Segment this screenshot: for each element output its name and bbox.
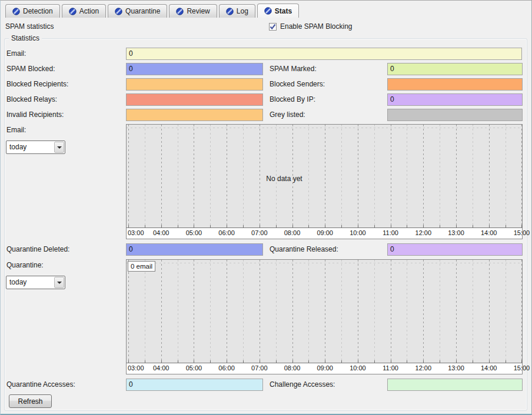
x-tick-label: 15:00 (514, 229, 530, 236)
x-tick-label: 12:00 (415, 364, 432, 372)
tab-label: Detection (23, 7, 53, 15)
challenge-accesses-field (387, 379, 523, 391)
blocked-senders-field (387, 78, 523, 91)
tab-review[interactable]: Review (169, 4, 217, 18)
quarantine-chart-label: Quarantine: (6, 261, 44, 269)
x-tick-label: 03:00 (128, 229, 144, 236)
block-icon (115, 8, 122, 15)
quarantine-activity-chart-x-axis: 03:0004:0005:0006:0007:0008:0009:0010:00… (126, 363, 523, 374)
tab-label: Quarantine (125, 7, 160, 15)
x-tick-label: 13:00 (448, 229, 464, 236)
x-tick-label: 09:00 (317, 364, 333, 372)
x-tick-label: 11:00 (383, 364, 398, 372)
tab-stats[interactable]: Stats (257, 4, 299, 18)
spam-marked-label: SPAM Marked: (270, 63, 317, 75)
spam-blocked-label: SPAM Blocked: (6, 63, 55, 75)
quarantine-accesses-field: 0 (126, 379, 263, 391)
x-tick-label: 07:00 (251, 364, 268, 372)
quarantine-period-select[interactable]: today (6, 276, 65, 289)
x-tick-label: 05:00 (186, 229, 202, 236)
email-activity-chart-plot-area: No data yet (126, 124, 523, 228)
grey-listed-field (387, 109, 523, 121)
tab-quarantine[interactable]: Quarantine (108, 4, 167, 18)
invalid-recipients-field (126, 109, 263, 121)
page-title: SPAM statistics (5, 22, 54, 31)
groupbox-title: Statistics (9, 34, 42, 42)
x-tick-label: 14:00 (481, 229, 497, 236)
quarantine-deleted-label: Quarantine Deleted: (6, 243, 69, 256)
checkbox-icon[interactable] (269, 23, 277, 31)
quarantine-activity-chart: 0 email03:0004:0005:0006:0007:0008:0009:… (126, 259, 523, 374)
tab-label: Action (79, 7, 99, 15)
tab-action[interactable]: Action (62, 4, 106, 18)
email-chart-label: Email: (6, 126, 26, 134)
x-tick-label: 06:00 (218, 229, 235, 236)
x-tick-label: 11:00 (383, 229, 398, 236)
chevron-down-icon[interactable] (54, 277, 64, 288)
x-tick-label: 14:00 (481, 364, 497, 372)
x-tick-label: 13:00 (448, 364, 464, 372)
x-tick-label: 05:00 (186, 364, 202, 372)
blocked-relays-field (126, 93, 263, 106)
x-tick-label: 04:00 (153, 364, 169, 372)
chevron-down-icon[interactable] (54, 142, 64, 153)
grey-listed-label: Grey listed: (270, 109, 305, 121)
block-icon (69, 8, 77, 15)
x-tick-label: 03:00 (128, 364, 144, 372)
quarantine-released-label: Quarantine Released: (270, 243, 338, 256)
quarantine-deleted-field: 0 (126, 243, 263, 256)
blocked-by-ip-label: Blocked By IP: (270, 93, 315, 106)
x-tick-label: 07:00 (251, 229, 268, 236)
blocked-recipients-label: Blocked Recipients: (6, 78, 68, 91)
check-icon (270, 24, 276, 30)
x-tick-label: 08:00 (284, 364, 301, 372)
checkbox-label: Enable SPAM Blocking (280, 22, 353, 31)
spam-blocked-field: 0 (126, 63, 263, 75)
tab-bar: DetectionActionQuarantineReviewLogStats (5, 4, 301, 18)
block-icon (12, 8, 20, 15)
x-tick-label: 10:00 (350, 364, 366, 372)
quarantine-period-value: today (6, 276, 54, 289)
refresh-button[interactable]: Refresh (9, 394, 52, 408)
email-period-value: today (6, 141, 54, 153)
block-icon (264, 7, 272, 15)
tab-label: Log (237, 7, 248, 15)
email-period-select[interactable]: today (6, 140, 65, 154)
email-count-badge: 0 email (128, 261, 155, 272)
spam-settings-window: DetectionActionQuarantineReviewLogStats … (0, 0, 532, 415)
email-total-field: 0 (126, 48, 522, 60)
spam-marked-field: 0 (387, 63, 523, 75)
x-tick-label: 06:00 (218, 364, 235, 372)
quarantine-activity-chart-plot-area: 0 email (126, 259, 523, 363)
x-tick-label: 04:00 (153, 229, 169, 236)
blocked-by-ip-field: 0 (387, 93, 523, 106)
challenge-accesses-label: Challenge Accesses: (270, 379, 335, 391)
x-tick-label: 08:00 (284, 229, 301, 236)
block-icon (176, 8, 184, 15)
x-tick-label: 15:00 (514, 364, 530, 372)
tab-label: Review (187, 7, 210, 15)
tab-log[interactable]: Log (219, 4, 255, 18)
x-tick-label: 12:00 (415, 229, 432, 236)
email-total-label: Email: (6, 48, 26, 60)
tab-detection[interactable]: Detection (5, 4, 60, 18)
x-tick-label: 10:00 (350, 229, 366, 236)
email-activity-chart: No data yet03:0004:0005:0006:0007:0008:0… (126, 124, 523, 239)
x-tick-label: 09:00 (317, 229, 333, 236)
blocked-relays-label: Blocked Relays: (6, 93, 57, 106)
quarantine-released-field: 0 (387, 243, 523, 256)
tab-label: Stats (275, 7, 292, 15)
no-data-label: No data yet (266, 175, 302, 183)
enable-spam-blocking-checkbox[interactable]: Enable SPAM Blocking (269, 22, 353, 31)
blocked-senders-label: Blocked Senders: (270, 78, 325, 91)
quarantine-accesses-label: Quarantine Accesses: (6, 379, 75, 391)
invalid-recipients-label: Invalid Recipients: (6, 109, 64, 121)
blocked-recipients-field (126, 78, 263, 91)
block-icon (226, 8, 234, 15)
email-activity-chart-x-axis: 03:0004:0005:0006:0007:0008:0009:0010:00… (126, 228, 523, 239)
